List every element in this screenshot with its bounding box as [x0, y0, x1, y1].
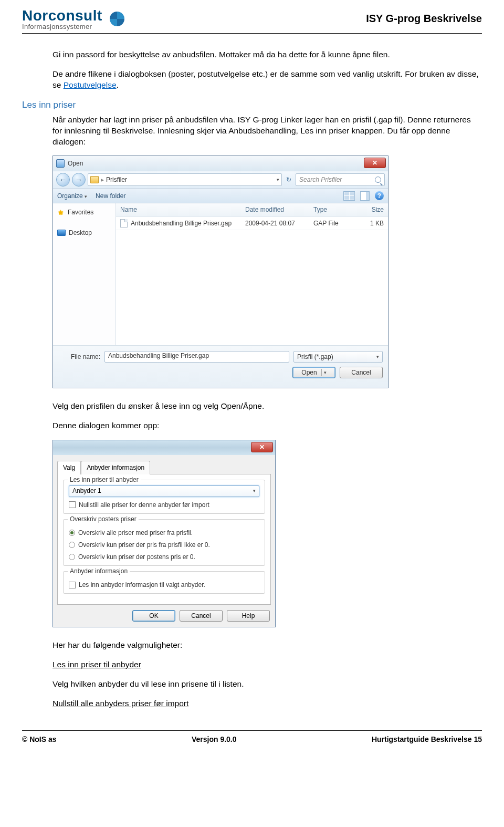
search-icon	[375, 177, 381, 183]
file-icon	[120, 219, 128, 228]
arrow-left-icon: ←	[59, 175, 67, 185]
les-inn-anbyder-checkbox-row[interactable]: Les inn anbyder informasjon til valgt an…	[69, 581, 259, 589]
file-name: Anbudsbehandling Billige Priser.gap	[131, 219, 232, 228]
cancel-button[interactable]: Cancel	[180, 610, 223, 622]
star-icon	[57, 209, 65, 216]
trailing-p3: Velg hvilken anbyder du vil lese inn pri…	[52, 679, 482, 690]
ok-button[interactable]: OK	[132, 610, 175, 622]
col-name-header[interactable]: Name	[116, 203, 241, 216]
page-header: Norconsult Informasjonssystemer ISY G-pr…	[22, 0, 482, 34]
radio-label: Overskriv alle priser med priser fra pri…	[78, 529, 193, 537]
checkbox-icon	[69, 582, 76, 588]
back-button[interactable]: ←	[56, 173, 70, 187]
sidebar-desktop[interactable]: Desktop	[55, 227, 113, 239]
refresh-icon[interactable]: ↻	[284, 175, 293, 184]
new-folder-button[interactable]: New folder	[96, 192, 125, 200]
help-icon[interactable]: ?	[375, 191, 384, 200]
chevron-down-icon: ▾	[376, 354, 379, 360]
forward-button[interactable]: →	[72, 173, 86, 187]
dialog-titlebar: ✕	[53, 440, 275, 455]
anbyder-value: Anbyder 1	[72, 487, 101, 495]
sidebar-favorites-label: Favorites	[68, 208, 93, 216]
file-size: 1 KB	[351, 217, 388, 230]
tab-valg[interactable]: Valg	[57, 461, 81, 474]
footer-center: Versjon 9.0.0	[192, 735, 237, 743]
search-input[interactable]: Search Prisfiler	[296, 173, 385, 186]
col-size-header[interactable]: Size	[351, 203, 388, 216]
col-date-header[interactable]: Date modified	[241, 203, 309, 216]
view-mode-button[interactable]	[343, 191, 355, 201]
file-list: Name Date modified Type Size Anbudsbehan…	[116, 203, 388, 345]
group-legend: Overskriv posters priser	[68, 515, 139, 523]
open-button[interactable]: Open▾	[292, 367, 335, 378]
organize-menu[interactable]: Organize ▾	[57, 192, 87, 200]
filename-input[interactable]: Anbudsbehandling Billige Priser.gap	[104, 351, 289, 363]
list-header: Name Date modified Type Size	[116, 203, 388, 216]
sidebar-desktop-label: Desktop	[69, 229, 92, 237]
sidebar-favorites[interactable]: Favorites	[55, 206, 113, 218]
tab-panel: Les inn priser til anbyder Anbyder 1 ▾ N…	[57, 474, 271, 605]
col-type-header[interactable]: Type	[309, 203, 351, 216]
dialog-toolbar: Organize ▾ New folder ?	[53, 189, 388, 203]
file-date: 2009-04-21 08:07	[241, 217, 309, 230]
group-legend: Anbyder informasjon	[68, 567, 130, 575]
checkbox-label: Les inn anbyder informasjon til valgt an…	[79, 581, 205, 589]
group-legend: Les inn priser til anbyder	[68, 475, 141, 484]
page-title: ISY G-prog Beskrivelse	[366, 13, 482, 25]
page-footer: © NoIS as Versjon 9.0.0 Hurtigstartguide…	[22, 730, 482, 743]
close-icon: ✕	[372, 159, 377, 167]
cancel-button[interactable]: Cancel	[340, 367, 383, 378]
list-item[interactable]: Anbudsbehandling Billige Priser.gap 2009…	[116, 217, 388, 230]
nullstill-label: Nullstill alle priser for denne anbyder …	[79, 501, 209, 509]
group-anbyder-info: Anbyder informasjon Les inn anbyder info…	[63, 571, 265, 594]
group-les-inn: Les inn priser til anbyder Anbyder 1 ▾ N…	[63, 480, 265, 514]
dropdown-icon: ▾	[277, 177, 279, 183]
footer-right: Hurtigstartguide Beskrivelse 15	[372, 735, 482, 743]
preview-pane-button[interactable]	[360, 191, 370, 201]
close-icon: ✕	[259, 443, 265, 451]
close-button[interactable]: ✕	[364, 158, 386, 168]
section-heading: Les inn priser	[22, 99, 482, 111]
dialog-footer: OK Cancel Help	[53, 605, 275, 627]
path-segment: Prisfiler	[106, 175, 127, 184]
radio-post-null[interactable]: Overskriv kun priser der postens pris er…	[69, 553, 259, 561]
import-dialog: ✕ Valg Anbyder informasjon Les inn prise…	[52, 440, 276, 627]
chevron-icon: ▸	[101, 175, 104, 184]
nullstill-checkbox-row[interactable]: Nullstill alle priser for denne anbyder …	[69, 501, 259, 509]
intro-p1: Gi inn passord for beskyttelse av anbuds…	[52, 49, 482, 60]
arrow-right-icon: →	[75, 175, 82, 185]
footer-left: © NoIS as	[22, 735, 57, 743]
filetype-label: Prisfil (*.gap)	[297, 353, 333, 361]
logo-main: Norconsult	[22, 8, 102, 23]
section-paragraph: Når anbyder har lagt inn priser på anbud…	[52, 115, 482, 148]
search-placeholder: Search Prisfiler	[299, 175, 342, 184]
radio-icon	[69, 542, 75, 548]
postutvelgelse-link[interactable]: Postutvelgelse	[64, 80, 117, 89]
dialog-title: Open	[68, 159, 83, 168]
path-bar[interactable]: ▸ Prisfiler ▾	[88, 173, 282, 186]
logo-sub: Informasjonssystemer	[22, 23, 102, 30]
intro-p2b: .	[117, 80, 119, 89]
radio-icon	[69, 530, 75, 536]
sidebar: Favorites Desktop	[53, 203, 116, 345]
tab-anbyder-info[interactable]: Anbyder informasjon	[81, 461, 150, 474]
logo-icon	[107, 8, 128, 29]
filetype-select[interactable]: Prisfil (*.gap) ▾	[293, 351, 383, 363]
desktop-icon	[57, 230, 66, 236]
folder-icon	[90, 176, 99, 183]
radio-alle[interactable]: Overskriv alle priser med priser fra pri…	[69, 529, 259, 537]
after-open-p2: Denne dialogen kommer opp:	[52, 420, 482, 431]
intro-p2: De andre flikene i dialogboksen (poster,…	[52, 69, 482, 91]
radio-label: Overskriv kun priser der pris fra prisfi…	[78, 541, 210, 549]
chevron-down-icon: ▾	[324, 369, 327, 376]
radio-icon	[69, 554, 75, 560]
open-dialog: Open ✕ ← → ▸ Prisfiler ▾ ↻ Search Prisfi…	[52, 156, 388, 388]
radio-ikke-null[interactable]: Overskriv kun priser der pris fra prisfi…	[69, 541, 259, 549]
dialog-titlebar: Open ✕	[53, 156, 388, 171]
close-button[interactable]: ✕	[251, 442, 273, 452]
trailing-p4: Nullstill alle anbyders priser før impor…	[52, 698, 482, 709]
logo: Norconsult Informasjonssystemer	[22, 8, 128, 30]
radio-label: Overskriv kun priser der postens pris er…	[78, 553, 195, 561]
help-button[interactable]: Help	[227, 610, 270, 622]
anbyder-select[interactable]: Anbyder 1 ▾	[69, 485, 259, 497]
